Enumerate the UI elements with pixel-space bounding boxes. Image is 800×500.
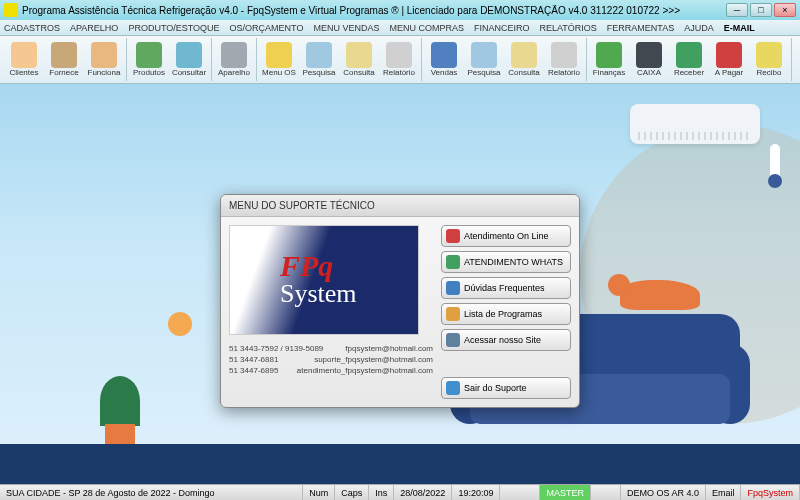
app-icon	[4, 3, 18, 17]
status-location: SUA CIDADE - SP 28 de Agosto de 2022 - D…	[0, 485, 303, 500]
Menu OS-icon	[266, 42, 292, 68]
button-icon	[446, 333, 460, 347]
Aparelho-icon	[221, 42, 247, 68]
menubar: CADASTROS APARELHO PRODUTO/ESTOQUE OS/OR…	[0, 20, 800, 36]
contact-list: 51 3443-7592 / 9139-5089fpqsystem@hotmai…	[229, 343, 433, 376]
ac-unit-illustration	[630, 104, 760, 144]
CAIXA-icon	[636, 42, 662, 68]
Clientes-icon	[11, 42, 37, 68]
main-toolbar: ClientesForneceFuncionaProdutosConsultar…	[0, 36, 800, 84]
Finanças-icon	[596, 42, 622, 68]
menu-aparelho[interactable]: APARELHO	[70, 23, 118, 33]
cat-illustration	[620, 280, 700, 310]
button-icon	[446, 255, 460, 269]
statusbar: SUA CIDADE - SP 28 de Agosto de 2022 - D…	[0, 484, 800, 500]
Pesquisa-icon	[306, 42, 332, 68]
button-icon	[446, 229, 460, 243]
toolbar-caixa[interactable]: CAIXA	[629, 38, 669, 82]
Consulta-icon	[346, 42, 372, 68]
toolbar-a pagar[interactable]: A Pagar	[709, 38, 749, 82]
Fornece-icon	[51, 42, 77, 68]
contact-phone: 51 3447-6895	[229, 366, 278, 375]
support-atendimento-on-line-button[interactable]: Atendimento On Line	[441, 225, 571, 247]
menu-relatorios[interactable]: RELATÓRIOS	[539, 23, 596, 33]
close-button[interactable]: ×	[774, 3, 796, 17]
toolbar-fornece[interactable]: Fornece	[44, 38, 84, 82]
toolbar-menu os[interactable]: Menu OS	[259, 38, 299, 82]
status-master: MASTER	[540, 485, 591, 500]
status-ins: Ins	[369, 485, 394, 500]
support-acessar-nosso-site-button[interactable]: Acessar nosso Site	[441, 329, 571, 351]
window-title: Programa Assistência Técnica Refrigeraçã…	[22, 5, 726, 16]
toolbar-receber[interactable]: Receber	[669, 38, 709, 82]
Pesquisa-icon	[471, 42, 497, 68]
button-icon	[446, 307, 460, 321]
workspace: MENU DO SUPORTE TÉCNICO FPq System 51 34…	[0, 84, 800, 484]
toolbar-pesquisa[interactable]: Pesquisa	[464, 38, 504, 82]
menu-vendas[interactable]: MENU VENDAS	[313, 23, 379, 33]
status-demo: DEMO OS AR 4.0	[621, 485, 706, 500]
Relatório-icon	[386, 42, 412, 68]
status-time: 19:20:09	[452, 485, 500, 500]
support-dialog: MENU DO SUPORTE TÉCNICO FPq System 51 34…	[220, 194, 580, 408]
contact-email: suporte_fpqsystem@hotmail.com	[314, 355, 433, 364]
menu-email[interactable]: E-MAIL	[724, 23, 755, 33]
window-controls: ─ □ ×	[726, 3, 796, 17]
fpq-logo: FPq System	[229, 225, 419, 335]
Consulta-icon	[511, 42, 537, 68]
menu-produto-estoque[interactable]: PRODUTO/ESTOQUE	[128, 23, 219, 33]
menu-ajuda[interactable]: AJUDA	[684, 23, 714, 33]
dialog-title: MENU DO SUPORTE TÉCNICO	[221, 195, 579, 217]
toolbar-recibo[interactable]: Recibo	[749, 38, 789, 82]
toolbar-relatório[interactable]: Relatório	[544, 38, 584, 82]
support-dúvidas-frequentes-button[interactable]: Dúvidas Frequentes	[441, 277, 571, 299]
button-icon	[446, 281, 460, 295]
toolbar-aparelho[interactable]: Aparelho	[214, 38, 254, 82]
menu-financeiro[interactable]: FINANCEIRO	[474, 23, 530, 33]
Consultar-icon	[176, 42, 202, 68]
thermometer-illustration	[770, 144, 780, 184]
toolbar-funciona[interactable]: Funciona	[84, 38, 124, 82]
Relatório-icon	[551, 42, 577, 68]
exit-support-button[interactable]: Sair do Suporte	[441, 377, 571, 399]
menu-os-orcamento[interactable]: OS/ORÇAMENTO	[230, 23, 304, 33]
support-lista-de-programas-button[interactable]: Lista de Programas	[441, 303, 571, 325]
menu-cadastros[interactable]: CADASTROS	[4, 23, 60, 33]
toolbar-consultar[interactable]: Consultar	[169, 38, 209, 82]
menu-compras[interactable]: MENU COMPRAS	[389, 23, 464, 33]
Recibo-icon	[756, 42, 782, 68]
status-brand[interactable]: FpqSystem	[741, 485, 800, 500]
toolbar-pesquisa[interactable]: Pesquisa	[299, 38, 339, 82]
status-date: 28/08/2022	[394, 485, 452, 500]
menu-ferramentas[interactable]: FERRAMENTAS	[607, 23, 674, 33]
status-num: Num	[303, 485, 335, 500]
minimize-button[interactable]: ─	[726, 3, 748, 17]
exit-icon	[446, 381, 460, 395]
Receber-icon	[676, 42, 702, 68]
toolbar-consulta[interactable]: Consulta	[339, 38, 379, 82]
toolbar-consulta[interactable]: Consulta	[504, 38, 544, 82]
status-email[interactable]: Email	[706, 485, 742, 500]
toolbar-produtos[interactable]: Produtos	[129, 38, 169, 82]
A Pagar-icon	[716, 42, 742, 68]
toolbar-finanças[interactable]: Finanças	[589, 38, 629, 82]
contact-email: atendimento_fpqsystem@hotmail.com	[297, 366, 433, 375]
toolbar-button[interactable]	[794, 38, 800, 82]
support-atendimento-whats-button[interactable]: ATENDIMENTO WHATS	[441, 251, 571, 273]
toolbar-clientes[interactable]: Clientes	[4, 38, 44, 82]
contact-email: fpqsystem@hotmail.com	[345, 344, 433, 353]
Funciona-icon	[91, 42, 117, 68]
Produtos-icon	[136, 42, 162, 68]
toolbar-relatório[interactable]: Relatório	[379, 38, 419, 82]
maximize-button[interactable]: □	[750, 3, 772, 17]
toolbar-vendas[interactable]: Vendas	[424, 38, 464, 82]
Vendas-icon	[431, 42, 457, 68]
status-caps: Caps	[335, 485, 369, 500]
contact-phone: 51 3443-7592 / 9139-5089	[229, 344, 323, 353]
contact-phone: 51 3447-6881	[229, 355, 278, 364]
window-titlebar: Programa Assistência Técnica Refrigeraçã…	[0, 0, 800, 20]
